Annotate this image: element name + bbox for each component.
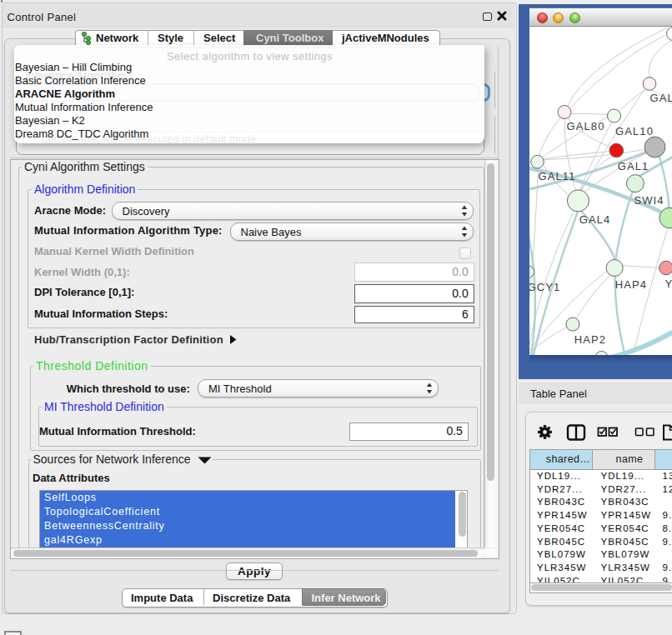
svg-text:HAP4: HAP4: [614, 278, 646, 290]
svg-text:GCY1: GCY1: [529, 281, 560, 293]
svg-text:GAL11: GAL11: [538, 170, 575, 182]
svg-text:GAL7: GAL7: [649, 91, 672, 103]
svg-text:GAL1: GAL1: [617, 159, 649, 172]
svg-text:HAP2: HAP2: [574, 333, 605, 346]
svg-text:GAL80: GAL80: [566, 119, 604, 132]
svg-text:GAL4: GAL4: [579, 212, 610, 225]
svg-text:YB: YB: [664, 278, 672, 290]
svg-text:SWI4: SWI4: [634, 193, 664, 206]
svg-text:GAL10: GAL10: [615, 125, 654, 138]
